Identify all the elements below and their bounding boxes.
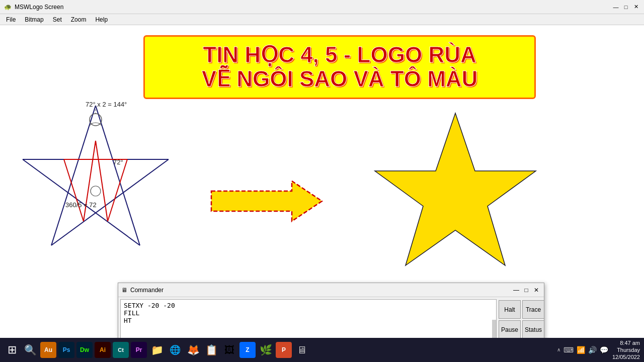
pause-button[interactable]: Pause <box>499 320 521 339</box>
svg-line-9 <box>96 141 108 221</box>
taskbar-app-ai[interactable]: Ai <box>95 342 111 358</box>
taskbar-app-dw[interactable]: Dw <box>76 342 93 358</box>
taskbar-app-firefox[interactable]: 🦊 <box>185 342 201 358</box>
angle-annotation-1: 72° x 2 = 144° <box>86 101 127 108</box>
clock-day: Thursday <box>612 346 640 353</box>
app-icon: 🐢 <box>4 4 12 11</box>
clock[interactable]: 8:47 am Thursday 12/05/2022 <box>612 339 640 361</box>
taskbar-app-au[interactable]: Au <box>40 342 56 358</box>
commander-controls: — □ ✕ <box>512 286 541 295</box>
svg-line-7 <box>108 159 127 221</box>
minimize-button[interactable]: — <box>612 3 620 11</box>
taskbar-app-leaf[interactable]: 🌿 <box>258 342 274 358</box>
menubar: File Bitmap Set Zoom Help <box>0 14 644 25</box>
menu-help[interactable]: Help <box>91 15 112 24</box>
status-button[interactable]: Status <box>522 320 544 339</box>
maximize-button[interactable]: □ <box>622 3 630 11</box>
taskbar-app-photos[interactable]: 🖼 <box>221 342 237 358</box>
taskbar-app-zalo[interactable]: Z <box>239 342 256 358</box>
code-line-1: SETXY -20 -20 <box>124 302 493 309</box>
svg-marker-14 <box>375 113 536 265</box>
commander-titlebar: 🖥 Commander — □ ✕ <box>118 283 544 297</box>
svg-line-0 <box>96 106 140 245</box>
commander-maximize[interactable]: □ <box>522 286 531 295</box>
code-scroll-indicator <box>492 320 496 340</box>
code-line-3: HT <box>124 317 493 324</box>
systray: ∧ ⌨ 📶 🔊 💬 <box>557 346 608 354</box>
yellow-star <box>372 106 538 272</box>
svg-line-4 <box>51 106 96 245</box>
trace-button[interactable]: Trace <box>522 300 544 319</box>
taskbar-app-network[interactable]: 🌐 <box>167 342 183 358</box>
canvas-area: TIN HỌC 4, 5 - LOGO RÙA VẼ NGÔI SAO VÀ T… <box>0 25 644 348</box>
taskbar-app-ppt[interactable]: P <box>276 342 292 358</box>
svg-line-8 <box>84 141 96 221</box>
star-diagram: 72° x 2 = 144° 72° 360/5 = 72 <box>15 75 176 277</box>
systray-volume[interactable]: 🔊 <box>588 346 597 354</box>
menu-set[interactable]: Set <box>49 15 66 24</box>
taskbar-app-pr[interactable]: Pr <box>131 342 147 358</box>
search-button[interactable]: 🔍 <box>22 342 38 358</box>
systray-expand[interactable]: ∧ <box>557 347 560 352</box>
commander-close[interactable]: ✕ <box>532 286 541 295</box>
commander-icon: 🖥 <box>121 287 127 294</box>
code-line-2: FILL <box>124 309 493 317</box>
menu-zoom[interactable]: Zoom <box>67 15 91 24</box>
systray-network[interactable]: 📶 <box>577 346 585 354</box>
commander-title: Commander <box>130 287 164 294</box>
app-title: MSWLogo Screen <box>15 4 63 11</box>
commander-minimize[interactable]: — <box>512 286 521 295</box>
clock-date: 12/05/2022 <box>612 353 640 360</box>
taskbar-app-ct[interactable]: Ct <box>113 342 129 358</box>
taskbar: ⊞ 🔍 Au Ps Dw Ai Ct Pr 📁 🌐 🦊 📋 🖼 Z 🌿 P 🖥 … <box>0 338 644 362</box>
clock-time: 8:47 am <box>612 339 640 346</box>
halt-button[interactable]: Halt <box>499 300 521 319</box>
taskbar-app-notes[interactable]: 📋 <box>203 342 219 358</box>
close-button[interactable]: ✕ <box>632 3 640 11</box>
systray-keyboard: ⌨ <box>564 346 574 354</box>
banner-line2: VẼ NGÔI SAO VÀ TÔ MÀU <box>155 67 524 91</box>
svg-marker-13 <box>211 181 322 221</box>
titlebar-left: 🐢 MSWLogo Screen <box>4 4 63 11</box>
taskbar-app-ps[interactable]: Ps <box>58 342 74 358</box>
taskbar-app-monitor[interactable]: 🖥 <box>294 342 310 358</box>
angle-annotation-3: 360/5 = 72 <box>65 201 97 209</box>
svg-line-6 <box>64 159 84 221</box>
menu-bitmap[interactable]: Bitmap <box>21 15 47 24</box>
titlebar-controls: — □ ✕ <box>612 3 640 11</box>
arrow-container <box>206 176 327 226</box>
taskbar-app-folder[interactable]: 📁 <box>149 342 165 358</box>
systray-notification[interactable]: 💬 <box>600 346 608 354</box>
banner: TIN HỌC 4, 5 - LOGO RÙA VẼ NGÔI SAO VÀ T… <box>143 35 536 99</box>
yellow-star-svg <box>372 106 538 277</box>
svg-point-12 <box>91 186 101 196</box>
commander-titlebar-left: 🖥 Commander <box>121 287 164 294</box>
angle-annotation-2: 72° <box>113 158 123 166</box>
arrow-svg <box>206 176 327 226</box>
banner-line1: TIN HỌC 4, 5 - LOGO RÙA <box>155 43 524 67</box>
taskbar-right: ∧ ⌨ 📶 🔊 💬 8:47 am Thursday 12/05/2022 <box>557 339 640 361</box>
menu-file[interactable]: File <box>2 15 20 24</box>
titlebar: 🐢 MSWLogo Screen — □ ✕ <box>0 0 644 14</box>
start-button[interactable]: ⊞ <box>4 342 20 358</box>
